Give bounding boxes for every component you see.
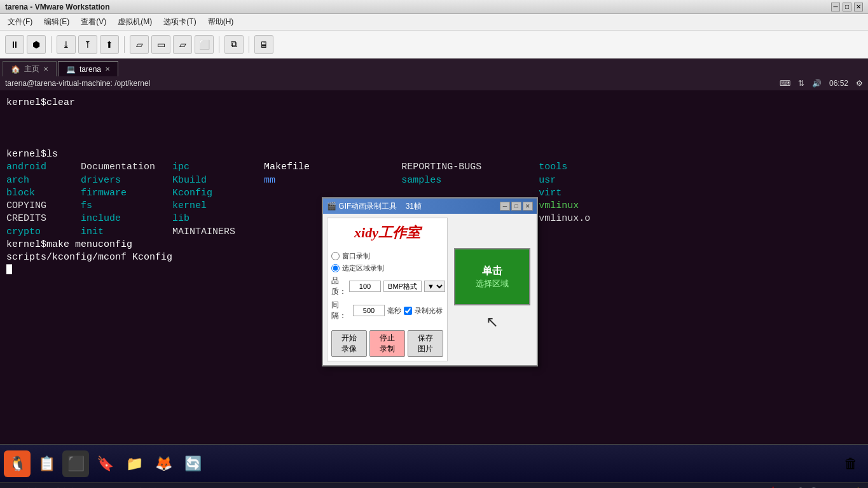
app4-icon[interactable]: 🔖 [92,450,118,477]
stop-record-button[interactable]: 停止录制 [369,330,405,357]
gif-minimize[interactable]: ─ [500,202,510,211]
gif-close[interactable]: ✕ [523,202,533,211]
menu-help[interactable]: 帮助(H) [203,15,239,29]
quality-label: 品质： [331,275,347,297]
gif-right-panel: 单击 选择区域 ↖ [451,218,533,361]
interval-label: 间隔： [331,300,350,321]
toolbar-btn11[interactable]: 🖥 [254,35,273,54]
preview-line1: 单击 [482,265,502,278]
radio-window[interactable] [331,252,340,260]
tab-tarena-close[interactable]: ✕ [105,66,110,73]
toolbar-pause[interactable]: ⏸ [5,35,24,54]
vmware-toolbar: ⏸ ⬢ ⤓ ⤒ ⬆ ▱ ▭ ▱ ⬜ ⧉ 🖥 [0,31,868,59]
gif-radio-row2: 选定区域录制 [331,263,443,273]
tab-home-label: 主页 [24,64,39,74]
tab-home-close[interactable]: ✕ [43,66,48,73]
terminal-app-icon[interactable]: ⬛ [62,450,89,477]
cursor-arrow-icon: ↖ [486,313,499,330]
start-record-button[interactable]: 开始录像 [331,330,367,357]
toolbar-btn9[interactable]: ⬜ [195,35,214,54]
save-image-button[interactable]: 保存图片 [408,330,443,357]
terminal-time: 06:52 [829,79,848,88]
gif-interval-row: 间隔： 毫秒 录制光标 [331,300,443,321]
tab-tarena-label: tarena [79,65,101,74]
menu-vm[interactable]: 虚拟机(M) [113,15,157,29]
keyboard-icon: ⌨ [780,79,790,88]
trash-icon[interactable]: 🗑 [837,450,864,477]
tab-home[interactable]: 🏠 主页 ✕ [3,61,57,76]
app2-icon[interactable]: 📋 [33,450,60,477]
firefox-icon[interactable]: 🦊 [150,450,177,477]
toolbar-btn10[interactable]: ⧉ [224,35,244,54]
term-line-ls1: android Documentation ipc Makefile REPOR… [6,161,862,174]
gif-logo-text: xidy工作室 [333,223,442,242]
app-taskbar: 🐧 📋 ⬛ 🔖 📁 🦊 🔄 🗑 [0,444,868,482]
home-icon: 🏠 [11,65,20,74]
preview-line2: 选择区域 [476,278,509,289]
gif-left-panel: xidy工作室 窗口录制 选定区域录制 品质： [327,218,448,361]
menu-tabs[interactable]: 选项卡(T) [158,15,201,29]
toolbar-btn6[interactable]: ▱ [130,35,149,54]
gif-logo: xidy工作室 [327,218,447,247]
toolbar-btn7[interactable]: ▭ [151,35,170,54]
radio-region-label: 选定区域录制 [342,263,384,273]
menu-edit[interactable]: 编辑(E) [39,15,74,29]
maximize-button[interactable]: □ [843,3,851,11]
term-line-1: kernel$clear [6,97,862,109]
format-select[interactable]: ▼ [424,281,445,292]
term-line-ls: kernel$ls [6,148,862,161]
toolbar-sep4 [249,36,249,53]
interval-input[interactable] [353,305,385,316]
vmware-window-controls: ─ □ ✕ [831,3,863,11]
toolbar-btn5[interactable]: ⬆ [100,35,119,54]
close-button[interactable]: ✕ [854,3,863,11]
cursor-checkbox[interactable] [404,307,412,315]
vmware-tabs: 🏠 主页 ✕ 💻 tarena ✕ [0,59,868,76]
volume-icon: 🔊 [812,79,822,88]
gif-tool-window: 🎬 GIF动画录制工具 31帧 ─ □ ✕ xidy工作室 [322,197,538,366]
term-line-blank3 [6,136,862,148]
gif-maximize[interactable]: □ [511,202,521,211]
gif-body: xidy工作室 窗口录制 选定区域录制 品质： [323,214,537,365]
terminal-path: tarena@tarena-virtual-machine: /opt/kern… [5,79,150,88]
interval-unit: 毫秒 [387,306,401,316]
toolbar-sep1 [51,36,52,53]
files-icon[interactable]: 📁 [121,450,148,477]
terminal[interactable]: kernel$clear kernel$ls android Documenta… [0,90,868,444]
toolbar-sep3 [219,36,219,53]
vm-icon: 💻 [66,65,76,74]
gif-titlebar: 🎬 GIF动画录制工具 31帧 ─ □ ✕ [323,199,537,214]
toolbar-btn3[interactable]: ⤓ [57,35,76,54]
vmware-title: tarena - VMware Workstation [5,3,109,11]
gif-window-controls: ─ □ ✕ [500,202,533,211]
gif-quality-row: 品质： ▼ [331,275,443,297]
minimize-button[interactable]: ─ [831,3,840,11]
term-line-blank1 [6,109,862,122]
toolbar-btn4[interactable]: ⤒ [78,35,97,54]
toolbar-btn2[interactable]: ⬢ [27,35,46,54]
format-input[interactable] [383,281,422,292]
menu-view[interactable]: 查看(V) [76,15,111,29]
settings-icon: ⚙ [856,79,863,88]
term-line-ls2: arch drivers Kbuild mm samples usr [6,174,862,187]
menu-file[interactable]: 文件(F) [3,15,38,29]
statusbar: 要将输入定向到该虚拟机，请将鼠标指针移入其中或按 Ctrl+G。 S中 ♦, 🎤… [0,482,868,488]
gif-radio-row: 窗口录制 [331,251,443,261]
tab-tarena[interactable]: 💻 tarena ✕ [58,61,118,76]
quality-input[interactable] [349,281,381,292]
update-manager-icon[interactable]: 🔄 [179,450,206,477]
term-line-blank2 [6,123,862,136]
ubuntu-icon[interactable]: 🐧 [4,450,31,477]
radio-region[interactable] [331,264,340,272]
gif-icon: 🎬 [327,202,336,211]
vmware-menubar: 文件(F) 编辑(E) 查看(V) 虚拟机(M) 选项卡(T) 帮助(H) [0,14,868,31]
toolbar-btn8[interactable]: ▱ [173,35,192,54]
sougou-icon[interactable]: S中 [762,486,777,489]
gif-preview: 单击 选择区域 [454,248,530,305]
toolbar-sep2 [124,36,125,53]
vmware-titlebar: tarena - VMware Workstation ─ □ ✕ [0,0,868,14]
arrows-icon: ⇅ [798,79,804,88]
gif-options: 窗口录制 选定区域录制 品质： ▼ 间 [327,247,447,328]
terminal-topbar: tarena@tarena-virtual-machine: /opt/kern… [0,76,868,90]
cursor-label: 录制光标 [415,306,443,316]
